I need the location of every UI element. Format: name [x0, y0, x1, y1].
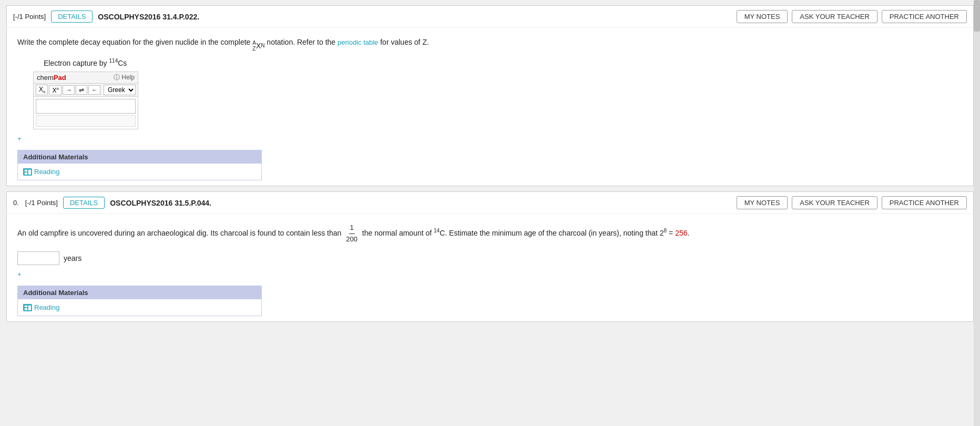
- q2-text-4: = 256.: [667, 229, 689, 237]
- q2-text-before: An old campfire is uncovered during an a…: [17, 229, 343, 237]
- fraction-denominator: 200: [345, 234, 359, 245]
- chempad-title: chemPad: [37, 74, 66, 82]
- reading-link-2[interactable]: Reading: [23, 303, 256, 311]
- question-block-1: [-/1 Points] DETAILS OSCOLPHYS2016 31.4.…: [6, 5, 974, 186]
- chempad-xo-btn[interactable]: Xo: [36, 85, 48, 95]
- chempad-xdeg-btn[interactable]: Xo: [49, 85, 61, 95]
- subscript-z: Z: [252, 46, 256, 52]
- question-text-notation-after: notation. Refer to the: [264, 38, 338, 46]
- fraction-numerator: 1: [349, 222, 355, 234]
- superscript-a: A: [252, 40, 256, 46]
- reading-icon-2: [23, 304, 32, 311]
- header-buttons-2: MY NOTES ASK YOUR TEACHER PRACTICE ANOTH…: [737, 196, 967, 209]
- additional-materials-2: Additional Materials Reading: [17, 286, 262, 316]
- chempad-greek-select[interactable]: Greek α β γ: [104, 85, 136, 95]
- periodic-table-link[interactable]: periodic table: [338, 38, 378, 46]
- chempad-input-area: [34, 97, 138, 129]
- plus-link-2[interactable]: +: [17, 270, 963, 278]
- question-text-before: Write the complete decay equation for th…: [17, 38, 252, 46]
- additional-materials-header-1: Additional Materials: [18, 150, 261, 164]
- scrollbar[interactable]: [974, 0, 980, 327]
- question-text-2: An old campfire is uncovered during an a…: [17, 222, 963, 245]
- question-body-1: Write the complete decay equation for th…: [7, 28, 973, 186]
- chempad-header: chemPad ⓘ Help: [34, 72, 138, 84]
- question-body-2: An old campfire is uncovered during an a…: [7, 214, 973, 321]
- details-button-1[interactable]: DETAILS: [51, 11, 93, 23]
- problem-id-1: OSCOLPHYS2016 31.4.P.022.: [98, 13, 731, 21]
- question-number-2: 0.: [13, 199, 19, 207]
- reading-label-1: Reading: [34, 168, 59, 176]
- plus-link-1[interactable]: +: [17, 135, 963, 143]
- chempad-left-arrow-btn[interactable]: ←: [88, 85, 100, 95]
- chem-text: chem: [37, 74, 54, 82]
- question-text-1: Write the complete decay equation for th…: [17, 36, 963, 52]
- header-buttons-1: MY NOTES ASK YOUR TEACHER PRACTICE ANOTH…: [737, 10, 967, 23]
- math-notation: A Z XN: [252, 40, 264, 52]
- problem-id-2: OSCOLPHYS2016 31.5.P.044.: [110, 199, 731, 207]
- question-block-2: 0. [-/1 Points] DETAILS OSCOLPHYS2016 31…: [6, 191, 974, 322]
- additional-materials-header-2: Additional Materials: [18, 286, 261, 299]
- chempad-toolbar: Xo Xo → ⇌ ← Greek α β γ: [34, 84, 138, 97]
- chempad-help-btn[interactable]: ⓘ Help: [114, 73, 135, 82]
- points-label-2: [-/1 Points]: [25, 199, 58, 207]
- practice-another-button-2[interactable]: PRACTICE ANOTHER: [882, 196, 967, 209]
- chempad-input[interactable]: [36, 99, 136, 114]
- q2-text-3: . Estimate the minimum age of the charco…: [445, 229, 663, 237]
- reading-link-1[interactable]: Reading: [23, 168, 256, 176]
- chempad-equilibrium-btn[interactable]: ⇌: [76, 85, 87, 95]
- my-notes-button-2[interactable]: MY NOTES: [737, 196, 788, 209]
- reading-icon-1: [23, 168, 32, 175]
- answer-input-2[interactable]: [17, 251, 59, 265]
- practice-another-button-1[interactable]: PRACTICE ANOTHER: [882, 10, 967, 23]
- reading-label-2: Reading: [34, 303, 59, 311]
- additional-materials-1: Additional Materials Reading: [17, 150, 262, 180]
- answer-row-2: years: [17, 251, 963, 265]
- q2-text-2: the normal amount of: [360, 229, 434, 237]
- additional-materials-body-1: Reading: [18, 164, 261, 180]
- nuclide-superscript: 114: [109, 58, 118, 64]
- chempad-arrow-btn[interactable]: →: [63, 85, 75, 95]
- ask-teacher-button-1[interactable]: ASK YOUR TEACHER: [792, 10, 877, 23]
- ask-teacher-button-2[interactable]: ASK YOUR TEACHER: [792, 196, 877, 209]
- question-header-2: 0. [-/1 Points] DETAILS OSCOLPHYS2016 31…: [7, 192, 973, 214]
- additional-materials-body-2: Reading: [18, 299, 261, 316]
- chempad-preview: [36, 115, 136, 127]
- question-text-end: for values of Z.: [378, 38, 428, 46]
- my-notes-button-1[interactable]: MY NOTES: [737, 10, 788, 23]
- super-sub: A Z: [252, 40, 256, 52]
- question-header-1: [-/1 Points] DETAILS OSCOLPHYS2016 31.4.…: [7, 6, 973, 28]
- fraction: 1 200: [345, 222, 359, 245]
- electron-label: Electron capture by 114Cs: [44, 58, 963, 67]
- details-button-2[interactable]: DETAILS: [63, 197, 105, 209]
- scrollbar-thumb[interactable]: [974, 0, 980, 32]
- c14-superscript: 14: [434, 228, 440, 234]
- chempad-widget: chemPad ⓘ Help Xo Xo → ⇌ ← Greek α β γ: [33, 72, 138, 129]
- points-label-1: [-/1 Points]: [13, 13, 46, 21]
- years-label: years: [64, 254, 81, 262]
- chempad-brand: chemPad: [37, 74, 66, 82]
